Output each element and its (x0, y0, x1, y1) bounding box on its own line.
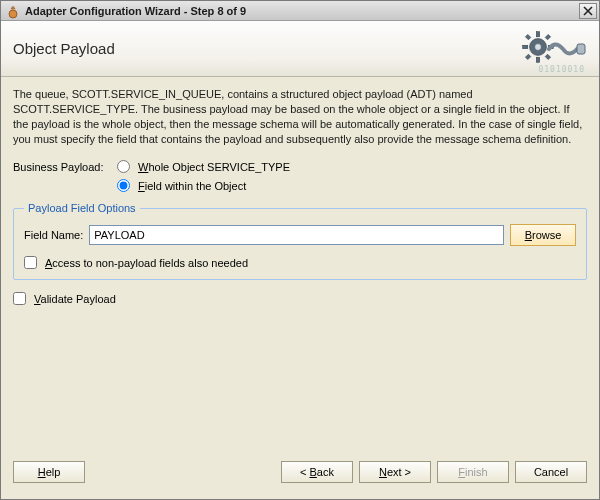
svg-rect-6 (523, 45, 528, 48)
svg-rect-8 (525, 34, 530, 39)
titlebar: Adapter Configuration Wizard - Step 8 of… (1, 1, 599, 21)
window-title: Adapter Configuration Wizard - Step 8 of… (25, 5, 579, 17)
radio-whole-object-input[interactable] (117, 160, 130, 173)
field-name-label: Field Name: (24, 229, 83, 241)
radio-whole-object[interactable]: Whole Object SERVICE_TYPE (117, 160, 290, 173)
access-nonpayload-checkbox[interactable]: Access to non-payload fields also needed (24, 256, 576, 269)
radio-field-within-label: Field within the Object (138, 180, 246, 192)
radio-field-within-input[interactable] (117, 179, 130, 192)
validate-payload-input[interactable] (13, 292, 26, 305)
binary-decoration: 01010010 (538, 65, 585, 74)
svg-rect-4 (536, 31, 539, 36)
header-graphic: 01010010 (517, 26, 587, 72)
field-name-input[interactable] (89, 225, 504, 245)
content-area: The queue, SCOTT.SERVICE_IN_QUEUE, conta… (1, 77, 599, 455)
svg-rect-10 (525, 54, 530, 59)
business-payload-label: Business Payload: (13, 161, 117, 173)
browse-button[interactable]: Browse (510, 224, 576, 246)
next-button[interactable]: Next > (359, 461, 431, 483)
svg-rect-13 (577, 44, 585, 54)
payload-field-options-legend: Payload Field Options (24, 202, 140, 214)
footer-right: < Back Next > Finish Cancel (281, 461, 587, 483)
close-icon (583, 6, 593, 16)
wizard-window: Adapter Configuration Wizard - Step 8 of… (0, 0, 600, 500)
cancel-button[interactable]: Cancel (515, 461, 587, 483)
validate-payload-label: Validate Payload (34, 293, 116, 305)
close-button[interactable] (579, 3, 597, 19)
access-nonpayload-label: Access to non-payload fields also needed (45, 257, 248, 269)
validate-payload-checkbox[interactable]: Validate Payload (13, 292, 587, 305)
business-payload-row-1: Business Payload: Whole Object SERVICE_T… (13, 160, 587, 173)
field-name-row: Field Name: Browse (24, 224, 576, 246)
back-button[interactable]: < Back (281, 461, 353, 483)
cable-icon (547, 38, 587, 60)
page-title: Object Payload (13, 40, 115, 57)
footer-left: Help (13, 461, 85, 483)
access-nonpayload-input[interactable] (24, 256, 37, 269)
wizard-footer: Help < Back Next > Finish Cancel (1, 455, 599, 499)
app-icon (5, 3, 21, 19)
payload-field-options-group: Payload Field Options Field Name: Browse… (13, 202, 587, 280)
business-payload-row-2: Field within the Object (13, 179, 587, 192)
radio-whole-object-label: Whole Object SERVICE_TYPE (138, 161, 290, 173)
svg-point-0 (9, 10, 17, 18)
finish-button: Finish (437, 461, 509, 483)
help-button[interactable]: Help (13, 461, 85, 483)
radio-field-within[interactable]: Field within the Object (117, 179, 246, 192)
svg-rect-5 (536, 57, 539, 62)
wizard-header: Object Payload (1, 21, 599, 77)
description-text: The queue, SCOTT.SERVICE_IN_QUEUE, conta… (13, 87, 587, 146)
svg-point-12 (535, 43, 542, 50)
